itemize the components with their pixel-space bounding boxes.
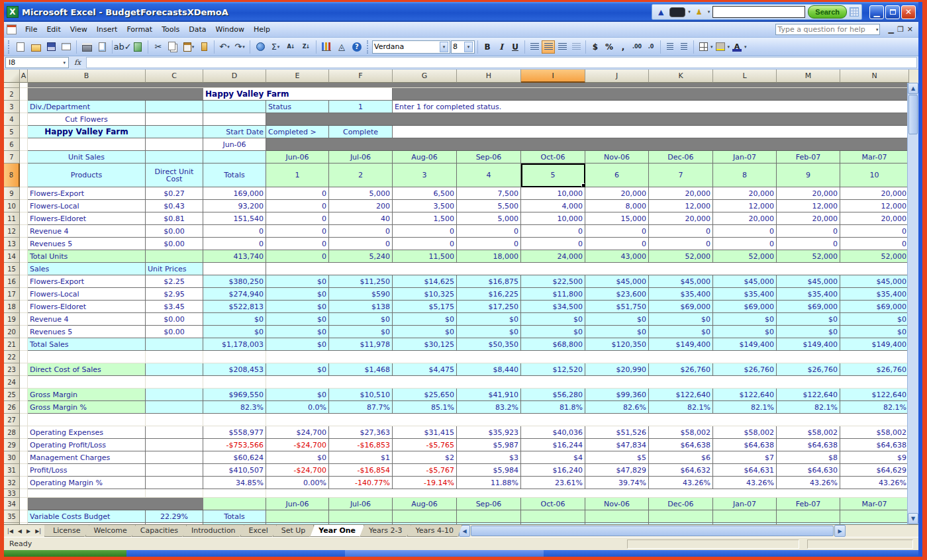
cell-K35[interactable] xyxy=(649,510,713,523)
cell-D5[interactable]: Start Date xyxy=(203,126,266,138)
cell-F25[interactable]: $10,510 xyxy=(329,389,393,401)
cell-D26[interactable]: 82.3% xyxy=(203,401,266,414)
cell-C17[interactable]: $2.95 xyxy=(146,288,203,301)
menu-tools[interactable]: Tools xyxy=(157,23,184,36)
format-painter-button[interactable] xyxy=(197,40,211,54)
cell-N21[interactable]: $149,400 xyxy=(840,338,907,351)
cell-C33[interactable] xyxy=(146,489,203,498)
menu-insert[interactable]: Insert xyxy=(92,23,122,36)
row-header-28[interactable]: 28 xyxy=(4,426,20,439)
cell-K16[interactable]: $45,000 xyxy=(649,275,713,288)
cell-F7[interactable]: Jul-06 xyxy=(329,151,393,163)
cell-E8[interactable]: 1 xyxy=(266,163,329,187)
cell-F34[interactable]: Jul-06 xyxy=(329,498,393,510)
cell-N30[interactable]: $9 xyxy=(840,451,907,464)
cell-M28[interactable]: $58,002 xyxy=(777,426,840,439)
row-header-24[interactable]: 24 xyxy=(4,376,20,389)
cell-M19[interactable]: $0 xyxy=(777,313,840,326)
cell-C9[interactable]: $0.27 xyxy=(146,187,203,200)
scroll-right-icon[interactable]: ▶ xyxy=(834,525,846,537)
cell-F20[interactable]: $0 xyxy=(329,326,393,338)
cell-B9[interactable]: Flowers-Export xyxy=(28,187,146,200)
cell-E19[interactable]: $0 xyxy=(266,313,329,326)
column-header-N[interactable]: N xyxy=(840,70,909,83)
cell-K28[interactable]: $58,002 xyxy=(649,426,713,439)
cell-B24[interactable] xyxy=(28,376,146,389)
row-header-12[interactable]: 12 xyxy=(4,225,20,238)
cell-G23[interactable]: $4,475 xyxy=(393,363,457,376)
cell-M32[interactable]: 43.26% xyxy=(777,477,840,489)
cell-A23[interactable] xyxy=(20,363,28,376)
cell-K17[interactable]: $35,400 xyxy=(649,288,713,301)
cell-I16[interactable]: $22,500 xyxy=(521,275,585,288)
cell-K36[interactable]: $33,302 xyxy=(649,523,713,524)
cell-B33[interactable] xyxy=(28,489,146,498)
cell-J21[interactable]: $120,350 xyxy=(585,338,649,351)
select-all-corner[interactable] xyxy=(4,70,20,83)
search-button[interactable]: Search xyxy=(808,5,847,19)
cell-F17[interactable]: $590 xyxy=(329,288,393,301)
cell-N36[interactable]: $33,302 xyxy=(840,523,907,524)
cell-L32[interactable]: 43.26% xyxy=(713,477,777,489)
cell-H8[interactable]: 4 xyxy=(457,163,521,187)
cell-A5[interactable] xyxy=(20,126,28,138)
cell-H10[interactable]: 5,500 xyxy=(457,200,521,212)
cell-F19[interactable]: $0 xyxy=(329,313,393,326)
menu-format[interactable]: Format xyxy=(122,23,157,36)
open-button[interactable] xyxy=(28,40,43,54)
cell-E3[interactable]: Status xyxy=(266,101,329,113)
restore-button[interactable] xyxy=(885,5,900,19)
cell-K31[interactable]: $64,632 xyxy=(649,464,713,477)
currency-button[interactable]: $ xyxy=(589,40,602,54)
cell-F29[interactable]: -$16,853 xyxy=(329,439,393,451)
workbook-close-icon[interactable]: ✕ xyxy=(907,25,913,34)
sheet-tab-year-one[interactable]: Year One xyxy=(310,525,364,537)
cell-I11[interactable]: 10,000 xyxy=(521,212,585,225)
cell-I20[interactable]: $0 xyxy=(521,326,585,338)
cell-L26[interactable]: 82.1% xyxy=(713,401,777,414)
cell-A18[interactable] xyxy=(20,301,28,313)
cell-J19[interactable]: $0 xyxy=(585,313,649,326)
cell-C32[interactable] xyxy=(146,477,203,489)
cell-D21[interactable]: $1,178,003 xyxy=(203,338,266,351)
row-header-6[interactable]: 6 xyxy=(4,138,20,151)
cell-F18[interactable]: $138 xyxy=(329,301,393,313)
bold-button[interactable]: B xyxy=(481,40,494,54)
autosum-button[interactable]: Σ▾ xyxy=(268,40,283,54)
cell-L16[interactable]: $45,000 xyxy=(713,275,777,288)
underline-button[interactable]: U xyxy=(509,40,522,54)
cell-D17[interactable]: $274,940 xyxy=(203,288,266,301)
cell-A19[interactable] xyxy=(20,313,28,326)
cell-F11[interactable]: 40 xyxy=(329,212,393,225)
cell-E31[interactable]: -$24,700 xyxy=(266,464,329,477)
cell-I21[interactable]: $68,800 xyxy=(521,338,585,351)
cell-E11[interactable]: 0 xyxy=(266,212,329,225)
cell-B12[interactable]: Revenue 4 xyxy=(28,225,146,238)
cell-A22[interactable] xyxy=(20,351,28,363)
hyperlink-button[interactable] xyxy=(253,40,268,54)
cell-M12[interactable]: 0 xyxy=(777,225,840,238)
print-button[interactable] xyxy=(79,40,94,54)
cell-G9[interactable]: 6,500 xyxy=(393,187,457,200)
cell-G36[interactable]: $6,715 xyxy=(393,523,457,524)
cell-E35[interactable] xyxy=(266,510,329,523)
cell-L20[interactable]: $0 xyxy=(713,326,777,338)
cell-N28[interactable]: $58,002 xyxy=(840,426,907,439)
cell-B[interactable] xyxy=(28,83,907,88)
cell-C28[interactable] xyxy=(146,426,203,439)
chevron-down-icon[interactable]: ▾ xyxy=(708,9,710,15)
cell-J10[interactable]: 8,000 xyxy=(585,200,649,212)
cell-D19[interactable]: $0 xyxy=(203,313,266,326)
menu-edit[interactable]: Edit xyxy=(42,23,65,36)
cell-C10[interactable]: $0.43 xyxy=(146,200,203,212)
cell-J11[interactable]: 15,000 xyxy=(585,212,649,225)
cell-E10[interactable]: 0 xyxy=(266,200,329,212)
sheet-tab-capacities[interactable]: Capacities xyxy=(132,525,187,537)
cell-A25[interactable] xyxy=(20,389,28,401)
tab-nav-next-icon[interactable]: ▶ xyxy=(24,528,32,535)
percent-button[interactable]: % xyxy=(603,40,616,54)
cell-C12[interactable]: $0.00 xyxy=(146,225,203,238)
cell-D20[interactable]: $0 xyxy=(203,326,266,338)
column-header-H[interactable]: H xyxy=(457,70,521,83)
cell-E20[interactable]: $0 xyxy=(266,326,329,338)
